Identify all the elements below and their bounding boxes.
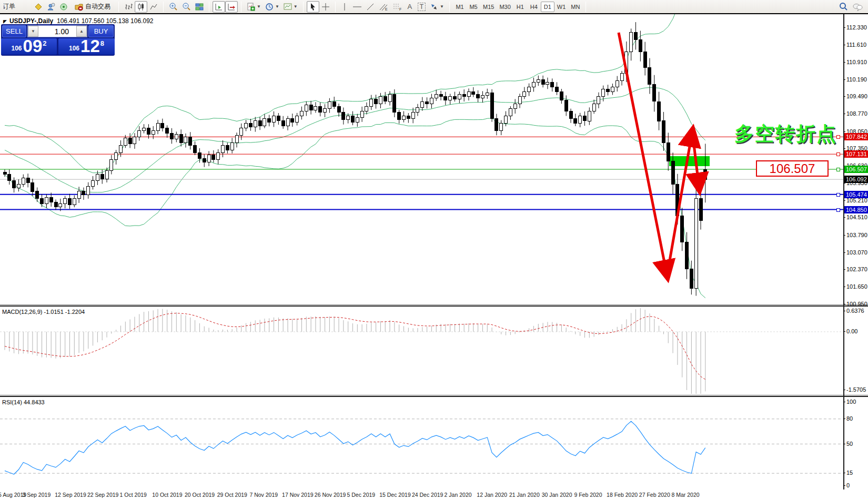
text-label-tool-icon[interactable]: T	[416, 1, 428, 13]
candle-body	[230, 143, 234, 150]
candle-body	[541, 79, 544, 84]
candle-body	[8, 175, 11, 181]
volume-decrease-button[interactable]: ▼	[28, 26, 38, 37]
buy-button[interactable]: BUY	[88, 25, 114, 37]
strategy-tester-icon[interactable]	[45, 1, 57, 13]
candle-body	[342, 113, 345, 120]
candle-body	[607, 89, 610, 92]
price-axis[interactable]: 112.330111.610110.910110.190109.490108.7…	[844, 14, 868, 304]
candle-body	[472, 92, 475, 95]
signals-icon[interactable]	[57, 1, 70, 13]
market-watch-icon[interactable]	[32, 1, 45, 13]
candle-body	[3, 172, 6, 175]
templates-button[interactable]: ▼	[281, 1, 300, 13]
fibonacci-tool-icon[interactable]: F	[390, 1, 404, 13]
chart-mini-icon: ◤	[3, 19, 7, 24]
toolbar: 新订单 自动交易	[0, 0, 868, 14]
candle-body	[528, 87, 531, 91]
buy-price-display[interactable]: 106128	[58, 38, 115, 55]
turning-point-annotation[interactable]: 多空转折点	[734, 121, 837, 147]
arrows-tool-icon[interactable]: ▼	[428, 1, 446, 13]
chat-icon[interactable]	[850, 1, 865, 13]
timeframe-H1[interactable]: H1	[513, 2, 527, 12]
line-anchor-square[interactable]	[836, 168, 840, 171]
bar-chart-icon[interactable]	[122, 1, 135, 13]
line-anchor-square[interactable]	[836, 152, 840, 156]
candle-body	[17, 184, 20, 188]
add-indicator-button[interactable]: ▼	[245, 1, 263, 13]
candle-body	[235, 136, 238, 143]
timeframe-M15[interactable]: M15	[480, 2, 497, 12]
candle-body	[296, 116, 299, 123]
sell-price-display[interactable]: 106092	[1, 38, 57, 55]
auto-scroll-icon[interactable]	[213, 1, 225, 13]
trendline-tool-icon[interactable]	[364, 1, 377, 13]
candle-body	[523, 92, 526, 97]
price-level-label[interactable]: 106.507	[756, 160, 829, 177]
search-icon[interactable]	[837, 1, 850, 13]
line-anchor-square[interactable]	[836, 208, 840, 212]
chart-title: ◤USDJPY-,Daily 106.491 107.560 105.138 1…	[3, 17, 153, 25]
timeframe-W1[interactable]: W1	[554, 2, 569, 12]
rsi-pane[interactable]	[0, 397, 843, 489]
price-chart-pane[interactable]	[0, 14, 843, 304]
macd-axis[interactable]: 0.63760.00-1.5705	[844, 307, 868, 395]
candle-body	[579, 116, 582, 124]
candlestick-chart-icon[interactable]	[135, 1, 147, 13]
candle-body	[300, 111, 303, 116]
volume-increase-button[interactable]: ▲	[76, 26, 87, 37]
line-anchor-square[interactable]	[836, 193, 840, 197]
candle-body	[147, 128, 150, 135]
line-anchor-square[interactable]	[836, 135, 840, 139]
candle-body	[393, 94, 396, 113]
rsi-axis[interactable]: 1008050150	[844, 397, 868, 489]
periods-button[interactable]: ▼	[263, 1, 281, 13]
timeframe-M30[interactable]: M30	[497, 2, 513, 12]
timeframe-MN[interactable]: MN	[568, 2, 582, 12]
tile-windows-icon[interactable]	[193, 1, 206, 13]
candle-body	[537, 79, 540, 82]
candle-body	[583, 116, 587, 121]
cursor-tool-icon[interactable]	[307, 1, 319, 13]
rsi-axis-label: 50	[846, 441, 853, 447]
candle-body	[426, 101, 429, 104]
crosshair-tool-icon[interactable]	[319, 1, 332, 13]
timeframe-M1[interactable]: M1	[453, 2, 467, 12]
candle-body	[681, 216, 684, 242]
candle-body	[22, 178, 25, 185]
new-order-button[interactable]: 新订单	[2, 1, 32, 13]
candle-body	[477, 94, 480, 98]
candle-body	[59, 203, 62, 207]
candle-body	[198, 152, 201, 159]
line-chart-icon[interactable]	[147, 1, 160, 13]
zoom-out-icon[interactable]	[180, 1, 193, 13]
horizontal-line-tool-icon[interactable]	[350, 1, 364, 13]
candle-body	[481, 95, 484, 98]
time-axis[interactable]: 5 Aug 20193 Sep 201912 Sep 201922 Sep 20…	[0, 489, 868, 500]
price-tick-label: 103.790	[846, 232, 867, 238]
timeframe-H4[interactable]: H4	[527, 2, 541, 12]
vertical-line-tool-icon[interactable]	[339, 1, 350, 13]
candle-body	[643, 52, 647, 67]
candle-body	[685, 242, 689, 269]
volume-input[interactable]: 1.00	[38, 26, 76, 37]
rsi-axis-label: 80	[846, 415, 853, 422]
candle-body	[704, 170, 707, 179]
date-label: 15 Dec 2019	[379, 492, 411, 498]
channel-tool-icon[interactable]: E	[377, 1, 390, 13]
auto-trading-button[interactable]: 自动交易	[70, 1, 115, 13]
macd-pane[interactable]	[0, 307, 843, 395]
candle-body	[513, 104, 517, 109]
price-tick-label: 111.610	[846, 42, 866, 48]
timeframe-D1[interactable]: D1	[541, 2, 554, 12]
chart-shift-icon[interactable]	[225, 1, 238, 13]
price-tick-label: 108.770	[846, 110, 867, 117]
candle-body	[388, 94, 391, 101]
timeframe-M5[interactable]: M5	[467, 2, 480, 12]
text-tool-icon[interactable]: A	[404, 1, 416, 13]
candle-body	[45, 198, 48, 204]
zoom-in-icon[interactable]	[167, 1, 180, 13]
candle-body	[49, 198, 53, 202]
candle-body	[291, 118, 294, 122]
sell-button[interactable]: SELL	[2, 25, 26, 37]
